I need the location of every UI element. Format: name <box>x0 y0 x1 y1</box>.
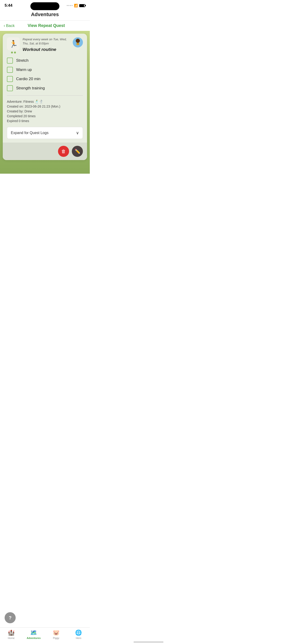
battery-icon <box>79 4 85 7</box>
quest-header: 🏃 Repeat every week on Tue, Wed, Thu, Sa… <box>7 37 83 54</box>
avatar <box>73 37 83 48</box>
card-content: 🏃 Repeat every week on Tue, Wed, Thu, Sa… <box>3 34 87 142</box>
check-label-cardio: Cardio 20 min <box>16 77 40 81</box>
chevron-down-icon: ∨ <box>76 130 79 136</box>
check-label-strength: Strength training <box>16 86 45 90</box>
nav-header: ‹ Back View Repeat Quest <box>0 20 90 31</box>
checklist: Stretch Warm up Cardio 20 min Strength t… <box>7 58 83 91</box>
back-label: Back <box>6 24 15 28</box>
check-label-stretch: Stretch <box>16 58 28 63</box>
main-content: 🏃 Repeat every week on Tue, Wed, Thu, Sa… <box>0 31 90 174</box>
status-icons: 📶 <box>67 4 85 7</box>
wifi-icon: 📶 <box>74 4 78 7</box>
check-item-1: Warm up <box>7 67 83 73</box>
svg-point-1 <box>76 39 80 43</box>
expand-quest-logs[interactable]: Expand for Quest Logs ∨ <box>7 127 83 139</box>
expired-times: Expired 0 times <box>7 119 83 123</box>
quest-repeat-text: Repeat every week on Tue, Wed, Thu, Sat,… <box>22 37 73 46</box>
status-bar: 5:44 📶 <box>0 0 90 10</box>
quest-icon-area: 🏃 <box>7 37 20 54</box>
icon-dot-1 <box>11 52 13 54</box>
quest-title: Workout routine <box>22 47 73 52</box>
divider <box>7 95 83 96</box>
check-item-3: Strength training <box>7 85 83 91</box>
quest-icon-box: 🏃 <box>7 37 20 50</box>
trash-icon: 🗑 <box>61 149 66 154</box>
checkbox-warmup[interactable] <box>7 67 13 73</box>
checkbox-strength[interactable] <box>7 85 13 91</box>
svg-rect-3 <box>77 43 79 44</box>
quest-info: Adventure: Fitness 🕺🤺 Created on: 2023-0… <box>7 100 83 123</box>
pencil-icon: ✏️ <box>74 148 80 154</box>
dynamic-island <box>30 2 60 10</box>
checkbox-cardio[interactable] <box>7 76 13 82</box>
page-title: View Repeat Quest <box>18 23 75 28</box>
quest-emoji-icon: 🏃 <box>9 40 18 48</box>
edit-button[interactable]: ✏️ <box>72 146 83 157</box>
status-time: 5:44 <box>4 3 12 8</box>
quest-card: 🏃 Repeat every week on Tue, Wed, Thu, Sa… <box>3 34 87 160</box>
icon-dots <box>11 52 16 54</box>
icon-dot-2 <box>14 52 16 54</box>
action-row: 🗑 ✏️ <box>3 142 87 160</box>
check-item-2: Cardio 20 min <box>7 76 83 82</box>
adventure-label: Adventure: Fitness 🕺🤺 <box>7 100 83 104</box>
quest-meta: Repeat every week on Tue, Wed, Thu, Sat,… <box>22 37 73 52</box>
delete-button[interactable]: 🗑 <box>58 146 69 157</box>
signal-icon <box>67 5 72 6</box>
created-on: Created on: 2023-06-26 21:23 (Mon.) <box>7 104 83 108</box>
expand-label: Expand for Quest Logs <box>11 131 48 135</box>
back-button[interactable]: ‹ Back <box>4 23 15 28</box>
completed-times: Completed 20 times <box>7 114 83 118</box>
check-label-warmup: Warm up <box>16 68 32 72</box>
avatar-svg <box>73 37 83 48</box>
check-item-0: Stretch <box>7 58 83 64</box>
checkbox-stretch[interactable] <box>7 58 13 64</box>
back-chevron-icon: ‹ <box>4 23 5 28</box>
created-by: Created by: Drew <box>7 110 83 113</box>
app-title: Adventures <box>0 10 90 20</box>
